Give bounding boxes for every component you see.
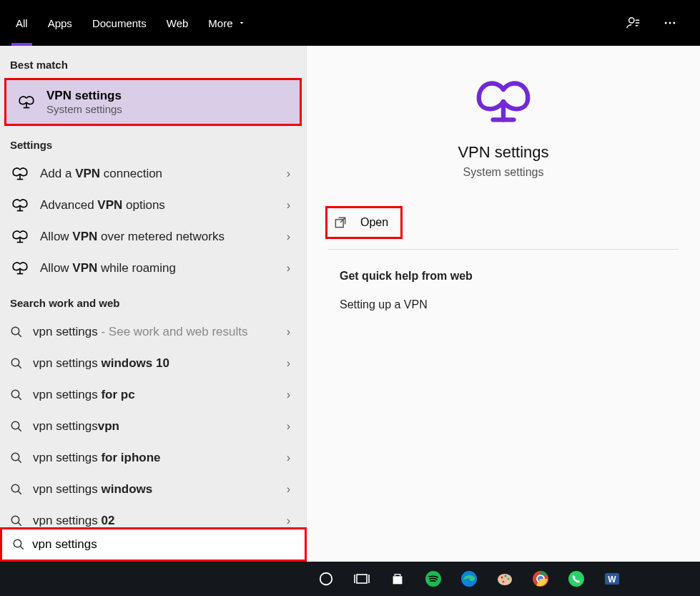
taskbar-store[interactable] xyxy=(386,567,409,590)
tab-more[interactable]: More xyxy=(208,0,245,46)
results-panel: Best match VPN settings System settings … xyxy=(0,46,307,562)
chevron-right-icon: › xyxy=(287,199,296,212)
svg-point-8 xyxy=(11,453,19,461)
chevron-right-icon: › xyxy=(287,389,296,401)
best-match-subtitle: System settings xyxy=(46,103,122,115)
web-row-for-pc[interactable]: vpn settings for pc › xyxy=(0,379,306,411)
search-icon xyxy=(10,357,23,370)
vpn-icon xyxy=(10,198,30,212)
quick-help-label: Get quick help from web xyxy=(340,270,679,283)
preview-panel: VPN settings System settings Open Get qu… xyxy=(307,46,700,562)
chevron-right-icon: › xyxy=(287,167,296,180)
svg-point-20 xyxy=(508,578,510,580)
chevron-right-icon: › xyxy=(287,420,296,433)
vpn-icon xyxy=(16,95,36,109)
best-match-result[interactable]: VPN settings System settings xyxy=(4,78,302,126)
taskbar-word[interactable]: W xyxy=(601,567,623,590)
svg-point-1 xyxy=(665,22,667,24)
web-row-windows[interactable]: vpn settings windows › xyxy=(0,474,306,505)
svg-point-5 xyxy=(11,358,19,366)
settings-row-metered[interactable]: Allow VPN over metered networks › xyxy=(0,221,306,253)
taskbar: W xyxy=(0,562,700,596)
best-match-title: VPN settings xyxy=(46,89,122,103)
svg-point-19 xyxy=(505,575,507,577)
svg-point-18 xyxy=(501,577,503,579)
svg-point-0 xyxy=(629,18,634,23)
chevron-down-icon xyxy=(237,19,246,27)
search-icon xyxy=(12,538,25,551)
search-icon xyxy=(10,514,23,527)
tab-apps[interactable]: Apps xyxy=(48,0,72,46)
chevron-right-icon: › xyxy=(287,230,296,243)
svg-point-7 xyxy=(11,421,19,429)
web-row-vpn[interactable]: vpn settingsvpn › xyxy=(0,411,306,442)
quick-help-link[interactable]: Setting up a VPN xyxy=(340,298,679,311)
chevron-right-icon: › xyxy=(287,451,296,464)
taskbar-whatsapp[interactable] xyxy=(565,567,588,590)
search-icon xyxy=(10,389,23,401)
search-icon xyxy=(10,483,23,496)
settings-row-roaming[interactable]: Allow VPN while roaming › xyxy=(0,253,306,284)
open-button[interactable]: Open xyxy=(325,206,403,239)
web-row-vpn-settings[interactable]: vpn settings - See work and web results … xyxy=(0,316,306,348)
svg-point-6 xyxy=(11,390,19,398)
taskbar-chrome[interactable] xyxy=(529,567,552,590)
vpn-icon xyxy=(471,79,536,126)
taskbar-cortana[interactable] xyxy=(315,567,337,590)
svg-point-3 xyxy=(673,22,675,24)
divider xyxy=(328,249,679,250)
svg-point-4 xyxy=(11,327,19,335)
svg-point-9 xyxy=(11,484,19,492)
search-icon xyxy=(10,420,23,433)
settings-label: Settings xyxy=(0,126,306,158)
vpn-icon xyxy=(10,261,30,275)
web-row-windows10[interactable]: vpn settings windows 10 › xyxy=(0,348,306,379)
search-web-label: Search work and web xyxy=(0,284,306,316)
search-box[interactable] xyxy=(0,527,307,562)
taskbar-edge[interactable] xyxy=(458,567,480,590)
vpn-icon xyxy=(10,230,30,244)
search-icon xyxy=(10,326,23,338)
tab-documents[interactable]: Documents xyxy=(92,0,147,46)
tab-web[interactable]: Web xyxy=(167,0,189,46)
taskbar-paint[interactable] xyxy=(493,567,516,590)
preview-title: VPN settings xyxy=(458,143,548,162)
chevron-right-icon: › xyxy=(287,262,296,275)
best-match-label: Best match xyxy=(0,46,306,78)
taskbar-task-view[interactable] xyxy=(350,567,373,590)
open-icon xyxy=(333,215,347,230)
chevron-right-icon: › xyxy=(287,483,296,496)
preview-subtitle: System settings xyxy=(463,166,544,179)
tab-all[interactable]: All xyxy=(16,0,28,46)
svg-point-13 xyxy=(320,573,332,585)
svg-rect-14 xyxy=(357,575,367,583)
chevron-right-icon: › xyxy=(287,326,296,338)
more-options-icon[interactable] xyxy=(663,16,677,30)
search-input[interactable] xyxy=(32,537,295,552)
vpn-icon xyxy=(10,167,30,181)
chevron-right-icon: › xyxy=(287,357,296,370)
settings-row-add-vpn[interactable]: Add a VPN connection › xyxy=(0,158,306,190)
svg-point-2 xyxy=(669,22,671,24)
svg-point-12 xyxy=(14,539,21,547)
feedback-icon[interactable] xyxy=(626,15,641,31)
search-icon xyxy=(10,451,23,464)
svg-point-21 xyxy=(503,581,505,583)
svg-text:W: W xyxy=(608,575,616,585)
taskbar-spotify[interactable] xyxy=(422,567,445,590)
chevron-right-icon: › xyxy=(287,514,296,527)
svg-point-25 xyxy=(568,571,584,587)
search-filter-tabs: All Apps Documents Web More xyxy=(0,0,700,46)
settings-row-advanced-vpn[interactable]: Advanced VPN options › xyxy=(0,190,306,221)
web-row-for-iphone[interactable]: vpn settings for iphone › xyxy=(0,442,306,474)
svg-point-10 xyxy=(11,516,19,524)
